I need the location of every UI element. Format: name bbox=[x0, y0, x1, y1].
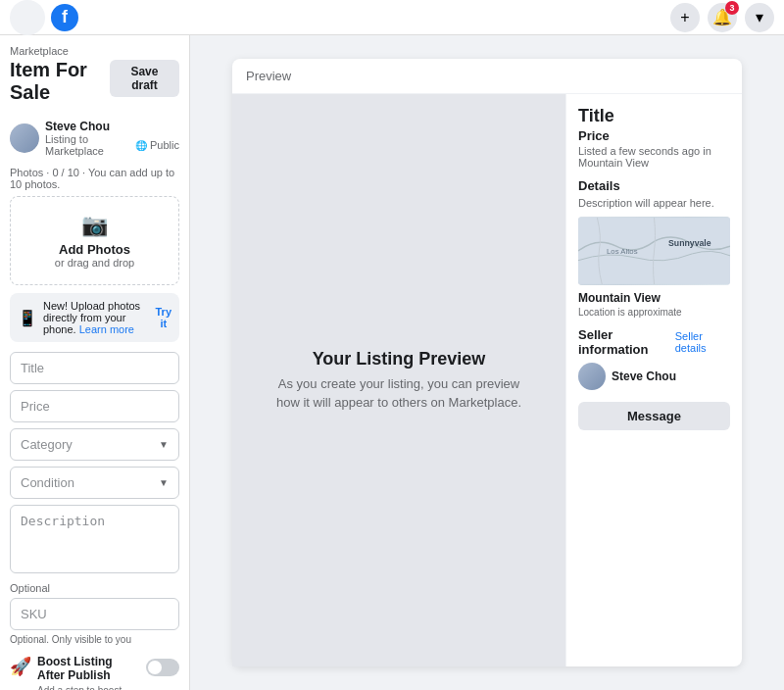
preview-header: Preview bbox=[232, 59, 742, 94]
description-input[interactable] bbox=[10, 505, 179, 573]
save-draft-button[interactable]: Save draft bbox=[110, 60, 179, 97]
mobile-icon: 📱 bbox=[18, 309, 37, 327]
svg-point-0 bbox=[10, 0, 45, 35]
listing-to-label: Listing to Marketplace bbox=[45, 133, 132, 157]
try-it-button[interactable]: Try it bbox=[155, 306, 172, 329]
user-meta: Listing to Marketplace 🌐 Public bbox=[45, 133, 179, 157]
preview-details-label: Details bbox=[578, 178, 730, 193]
svg-text:Sunnyvale: Sunnyvale bbox=[668, 238, 711, 248]
title-input[interactable] bbox=[10, 352, 179, 384]
upload-mobile-text: New! Upload photos directly from your ph… bbox=[43, 300, 149, 335]
message-button[interactable]: Message bbox=[578, 402, 730, 430]
sku-input[interactable] bbox=[10, 598, 179, 630]
chevron-down-icon: ▼ bbox=[159, 439, 169, 450]
page-header: Marketplace Item For Sale Save draft bbox=[10, 45, 179, 112]
account-menu-button[interactable]: ▾ bbox=[745, 3, 774, 32]
avatar bbox=[10, 123, 39, 153]
boost-title: Boost Listing After Publish bbox=[37, 655, 140, 682]
preview-placeholder-sub: As you create your listing, you can prev… bbox=[271, 375, 526, 411]
photo-upload-area[interactable]: 📷 Add Photos or drag and drop bbox=[10, 196, 179, 285]
map-image: Los Altos Sunnyvale bbox=[578, 217, 730, 285]
preview-location-sub: Location is approximate bbox=[578, 307, 730, 318]
preview-location: Mountain View bbox=[578, 291, 730, 305]
boost-icon: 🚀 bbox=[10, 656, 31, 677]
preview-placeholder-title: Your Listing Preview bbox=[313, 349, 486, 370]
preview-listed-time: Listed a few seconds ago in Mountain Vie… bbox=[578, 145, 730, 169]
topbar-left: f bbox=[10, 0, 78, 35]
category-select[interactable]: Category ▼ bbox=[10, 428, 179, 461]
boost-toggle-button[interactable] bbox=[146, 659, 179, 676]
boost-toggle[interactable] bbox=[146, 655, 179, 676]
user-info: Steve Chou Listing to Marketplace 🌐 Publ… bbox=[45, 120, 179, 157]
add-button[interactable]: + bbox=[670, 3, 700, 32]
globe-icon: 🌐 bbox=[135, 140, 147, 151]
camera-icon: 📷 bbox=[21, 213, 169, 238]
condition-select[interactable]: Condition ▼ bbox=[10, 467, 179, 499]
seller-name: Steve Chou bbox=[612, 370, 676, 383]
notifications-button[interactable]: 🔔 3 bbox=[708, 3, 737, 32]
main-layout: Marketplace Item For Sale Save draft Ste… bbox=[0, 35, 784, 690]
add-photos-text: Add Photos bbox=[21, 242, 169, 257]
boost-desc: Add a step to boost your listing after i… bbox=[37, 684, 140, 690]
chevron-down-icon: ▼ bbox=[159, 477, 169, 488]
left-panel: Marketplace Item For Sale Save draft Ste… bbox=[0, 35, 190, 690]
drag-drop-text: or drag and drop bbox=[21, 257, 169, 269]
marketplace-breadcrumb: Marketplace bbox=[10, 45, 110, 57]
preview-map: Los Altos Sunnyvale bbox=[578, 217, 730, 285]
visibility-label: Public bbox=[150, 139, 179, 151]
learn-more-link[interactable]: Learn more bbox=[79, 323, 134, 335]
facebook-home-icon[interactable] bbox=[10, 0, 45, 35]
topbar-right: + 🔔 3 ▾ bbox=[670, 3, 774, 32]
page-title: Item For Sale bbox=[10, 59, 110, 104]
facebook-logo: f bbox=[51, 4, 78, 31]
optional-label: Optional bbox=[10, 582, 179, 594]
preview-placeholder: Your Listing Preview As you create your … bbox=[232, 94, 565, 666]
boost-text: Boost Listing After Publish Add a step t… bbox=[37, 655, 140, 690]
user-row: Steve Chou Listing to Marketplace 🌐 Publ… bbox=[10, 120, 179, 157]
right-panel: Preview Your Listing Preview As you crea… bbox=[190, 35, 784, 690]
svg-text:Los Altos: Los Altos bbox=[607, 247, 638, 256]
preview-body: Your Listing Preview As you create your … bbox=[232, 94, 742, 666]
preview-seller-row: Seller information Seller details bbox=[578, 327, 730, 357]
preview-details: Title Price Listed a few seconds ago in … bbox=[565, 94, 742, 666]
category-label: Category bbox=[21, 437, 73, 452]
only-visible-label: Optional. Only visible to you bbox=[10, 634, 179, 645]
preview-seller-label: Seller information bbox=[578, 327, 675, 357]
seller-details-link[interactable]: Seller details bbox=[675, 330, 730, 354]
photos-label: Photos · 0 / 10 · You can add up to 10 p… bbox=[10, 167, 179, 190]
seller-avatar bbox=[578, 363, 606, 390]
preview-description: Description will appear here. bbox=[578, 197, 730, 209]
preview-listing-title: Title bbox=[578, 106, 730, 126]
condition-label: Condition bbox=[21, 475, 74, 490]
user-name: Steve Chou bbox=[45, 120, 179, 133]
price-input[interactable] bbox=[10, 390, 179, 422]
notification-badge: 3 bbox=[725, 1, 739, 15]
preview-card: Preview Your Listing Preview As you crea… bbox=[232, 59, 742, 666]
preview-listing-price: Price bbox=[578, 128, 730, 143]
upload-mobile-banner: 📱 New! Upload photos directly from your … bbox=[10, 293, 179, 342]
boost-listing-row: 🚀 Boost Listing After Publish Add a step… bbox=[10, 655, 179, 690]
topbar: f + 🔔 3 ▾ bbox=[0, 0, 784, 35]
preview-seller-info: Steve Chou bbox=[578, 363, 730, 390]
